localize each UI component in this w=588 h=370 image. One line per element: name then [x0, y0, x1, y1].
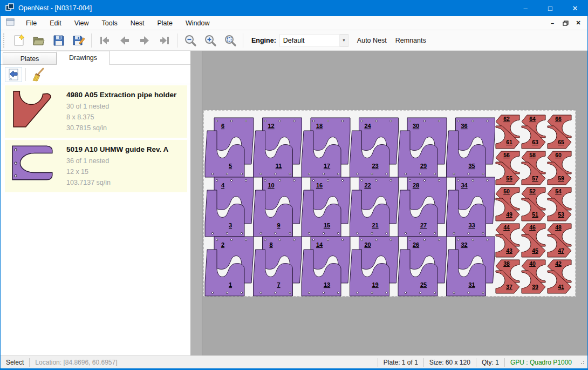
part-number-label: 48 — [555, 224, 562, 231]
mdi-minimize-button[interactable]: – — [548, 19, 557, 28]
resize-grip-icon[interactable] — [578, 360, 586, 368]
save-as-icon[interactable] — [69, 32, 88, 49]
part-hole — [312, 179, 314, 181]
status-qty: Qty: 1 — [476, 358, 504, 367]
drawing-list-item[interactable]: 4980 A05 Extraction pipe holder 30 of 1 … — [5, 85, 187, 138]
part-number-label: 22 — [364, 182, 371, 189]
menu-view[interactable]: View — [68, 17, 95, 29]
go-first-icon[interactable] — [94, 32, 114, 49]
zoom-out-icon[interactable] — [180, 32, 200, 49]
part-hole — [245, 239, 247, 240]
part-hole — [453, 292, 455, 293]
save-icon[interactable] — [49, 32, 69, 49]
part-hole — [438, 120, 440, 122]
broom-clean-icon[interactable] — [29, 67, 46, 82]
panel-splitter[interactable] — [190, 51, 202, 355]
open-folder-icon[interactable] — [29, 32, 49, 49]
part-hole — [260, 232, 262, 234]
part-number-label: 57 — [532, 175, 538, 181]
part-hole — [468, 232, 469, 234]
part-hole — [386, 292, 387, 293]
engine-dropdown-arrow[interactable]: ▼ — [340, 34, 348, 47]
part-number-label: 44 — [503, 224, 510, 231]
mdi-close-button[interactable]: ✕ — [573, 19, 583, 28]
part-hole — [405, 173, 406, 174]
menu-tools[interactable]: Tools — [95, 17, 124, 29]
part-number-label: 42 — [555, 260, 562, 267]
part-hole — [289, 232, 291, 234]
toolbar-grip[interactable] — [3, 33, 5, 48]
minimize-button[interactable]: – — [513, 0, 538, 16]
part-number-label: 64 — [529, 116, 536, 122]
part-hole — [260, 292, 262, 293]
part-hole — [419, 292, 421, 293]
title-bar: OpenNest - [N0317-004] – □ ✕ — [1, 0, 587, 16]
part-hole — [419, 232, 421, 234]
part-number-label: 35 — [468, 163, 475, 169]
part-hole — [241, 292, 242, 293]
remnants-button[interactable]: Remnants — [391, 33, 430, 48]
auto-nest-button[interactable]: Auto Nest — [353, 33, 391, 48]
drawing-area: 103.7137 sq/in — [66, 177, 168, 188]
menu-window[interactable]: Window — [179, 17, 216, 29]
go-previous-icon[interactable] — [114, 32, 134, 49]
part-hole — [216, 179, 217, 181]
go-last-icon[interactable] — [154, 32, 174, 49]
part-number-label: 33 — [468, 222, 475, 228]
part-hole — [357, 173, 358, 174]
part-hole — [375, 120, 377, 122]
mdi-restore-button[interactable] — [560, 19, 570, 28]
zoom-fit-icon[interactable] — [220, 32, 240, 49]
tab-plates[interactable]: Plates — [3, 52, 57, 65]
maximize-button[interactable]: □ — [538, 0, 563, 16]
part-hole — [264, 120, 266, 122]
part-hole — [226, 232, 228, 234]
part-number-label: 37 — [506, 284, 512, 290]
part-number-label: 18 — [316, 123, 323, 129]
part-hole — [245, 179, 247, 181]
part-hole — [211, 232, 213, 234]
part-hole — [371, 292, 373, 293]
part-number-label: 12 — [268, 123, 274, 129]
nest-canvas-area[interactable]: 6512111817242330293635431091615222128273… — [202, 51, 588, 355]
back-arrow-icon[interactable] — [5, 67, 22, 82]
part-hole — [405, 292, 406, 293]
tab-drawings[interactable]: Drawings — [57, 51, 110, 65]
part-hole — [308, 292, 310, 293]
menu-plate[interactable]: Plate — [151, 17, 179, 29]
part-hole — [337, 292, 339, 293]
part-hole — [409, 239, 411, 240]
part-hole — [279, 239, 281, 240]
menu-nest[interactable]: Nest — [124, 17, 151, 29]
part-hole — [423, 239, 425, 240]
part-hole — [260, 173, 262, 174]
engine-select[interactable]: Default — [279, 34, 340, 47]
part-number-label: 56 — [503, 152, 510, 158]
part-hole — [264, 239, 266, 240]
new-document-icon[interactable] — [9, 32, 29, 49]
menu-file[interactable]: File — [19, 17, 43, 29]
part-number-label: 3 — [229, 222, 232, 228]
part-hole — [453, 232, 455, 234]
part-hole — [289, 173, 291, 174]
drawing-thumbnail-purple-part — [11, 144, 63, 188]
part-number-label: 1 — [229, 281, 232, 288]
menu-edit[interactable]: Edit — [43, 17, 68, 29]
menu-bar: File Edit View Tools Nest Plate Window –… — [1, 16, 587, 30]
zoom-in-icon[interactable] — [200, 32, 220, 49]
mdi-document-icon[interactable] — [6, 18, 15, 28]
part-number-label: 46 — [529, 224, 536, 231]
nest-canvas[interactable]: 6512111817242330293635431091615222128273… — [202, 51, 588, 355]
close-button[interactable]: ✕ — [563, 0, 587, 16]
go-next-icon[interactable] — [134, 32, 154, 49]
part-hole — [434, 173, 435, 174]
part-hole — [293, 179, 295, 181]
status-mode: Select — [1, 358, 29, 367]
part-hole — [341, 179, 343, 181]
part-number-label: 21 — [372, 222, 378, 228]
part-hole — [438, 239, 440, 240]
drawing-list-item[interactable]: 5019 A10 UHMW guide Rev. A 36 of 1 neste… — [5, 140, 187, 192]
part-number-label: 32 — [461, 241, 467, 248]
part-hole — [275, 173, 276, 174]
part-hole — [357, 292, 358, 293]
